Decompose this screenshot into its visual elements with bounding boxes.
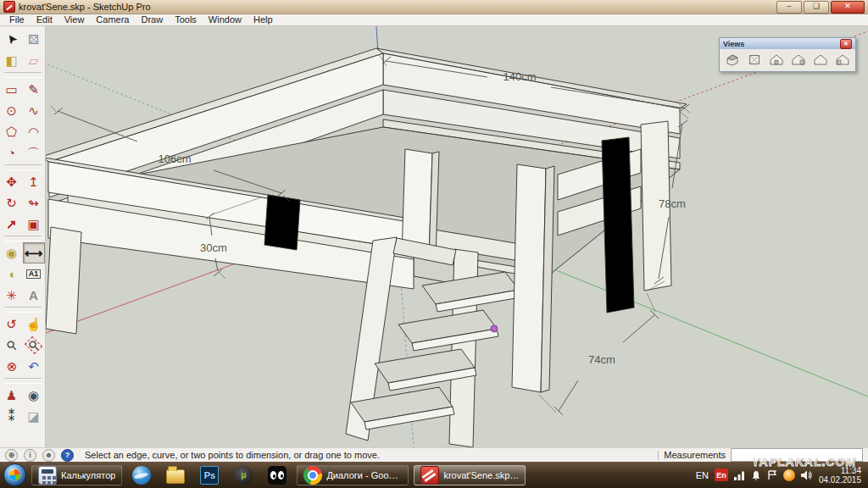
eraser-tool[interactable]: ▱ [23, 50, 45, 71]
minimize-button[interactable]: – [776, 1, 802, 14]
views-palette-title: Views [723, 40, 744, 48]
tray-app-icon[interactable] [783, 469, 795, 481]
text-tool[interactable]: A1 [23, 263, 45, 285]
arc-tool[interactable]: ◠ [23, 121, 45, 142]
maximize-button[interactable]: ❏ [804, 1, 829, 14]
taskbar-button-calculator[interactable]: Калькулятор [31, 465, 122, 485]
taskbar-item-photoshop[interactable]: Ps [195, 466, 224, 485]
taskbar-item-utorrent[interactable]: µ [229, 466, 258, 485]
menu-bar: FileEditViewCameraDrawToolsWindowHelp [0, 14, 868, 26]
menu-edit[interactable]: Edit [31, 14, 58, 25]
menu-window[interactable]: Window [203, 14, 248, 25]
walk-tool[interactable]: ⁑ [1, 406, 23, 427]
look-around-tool[interactable]: ◉ [23, 385, 45, 406]
taskbar-button-chrome[interactable]: Диалоги - Googl... [297, 465, 409, 485]
taskbar-item-google-earth[interactable] [127, 466, 156, 485]
polygon-tool[interactable]: ⬠ [1, 121, 23, 142]
utorrent-badge: µ [234, 466, 253, 484]
make-component-tool[interactable]: ⚄ [23, 29, 45, 50]
dimension-tool[interactable]: ⟷ [23, 242, 45, 263]
geolocation-icon[interactable]: ⊕ [5, 449, 18, 462]
drawing-scene[interactable]: 140cm 106cm 78cm 30cm 74cm [46, 26, 868, 447]
view-front-button[interactable] [769, 53, 785, 67]
freehand-tool[interactable]: ∿ [23, 100, 45, 121]
language-badge[interactable]: En [715, 469, 728, 481]
dim-label-clearance[interactable]: 30cm [200, 241, 227, 254]
toolbar-separator [4, 378, 42, 384]
dim-label-length[interactable]: 140cm [503, 70, 536, 83]
views-palette[interactable]: Views ✕ [719, 37, 856, 72]
calculator-label: Калькулятор [61, 470, 115, 480]
menu-help[interactable]: Help [248, 14, 279, 25]
move-tool[interactable]: ✥ [1, 171, 23, 192]
offset-icon: ▣ [27, 218, 39, 230]
axes-tool[interactable]: ✳ [1, 285, 23, 306]
sign-in-icon[interactable]: ☻ [42, 449, 55, 462]
taskbar-button-sketchup[interactable]: krovat'Sene.skp - ... [414, 465, 526, 485]
toolbar-separator [4, 307, 42, 313]
zoom-extents-tool[interactable]: ⊕ [1, 356, 23, 377]
close-button[interactable]: ✕ [831, 1, 865, 14]
offset-tool[interactable]: ▣ [23, 214, 45, 235]
language-indicator[interactable]: EN [696, 470, 709, 480]
view-right-button[interactable] [790, 53, 806, 67]
push-pull-tool[interactable]: ↥ [23, 171, 45, 192]
menu-draw[interactable]: Draw [135, 14, 169, 25]
position-camera-tool[interactable]: ♟ [1, 385, 23, 406]
3d-text-tool[interactable]: A [23, 285, 45, 306]
pie-tool[interactable]: ◔ [1, 142, 23, 164]
paint-bucket-tool[interactable]: ◧ [1, 50, 23, 71]
menu-tools[interactable]: Tools [169, 14, 203, 25]
explorer-icon [166, 469, 185, 484]
orbit-tool[interactable]: ↺ [1, 313, 23, 335]
rectangle-tool[interactable]: ▭ [1, 79, 23, 100]
circle-tool[interactable]: ⊙ [1, 100, 23, 121]
position-camera-icon: ♟ [6, 389, 17, 402]
photoshop-badge: Ps [201, 467, 218, 485]
status-divider [658, 451, 659, 460]
notification-bell-icon[interactable] [751, 470, 761, 480]
scale-tool[interactable]: ↗ [1, 214, 23, 235]
help-icon[interactable]: ? [61, 449, 74, 462]
view-back-button[interactable] [812, 53, 828, 67]
line-tool[interactable]: ✎ [23, 79, 45, 100]
views-palette-titlebar[interactable]: Views ✕ [720, 38, 855, 49]
toolbar-separator [4, 236, 42, 241]
taskbar-item-explorer[interactable] [161, 467, 190, 484]
menu-view[interactable]: View [58, 14, 91, 25]
inference-point [491, 325, 498, 332]
arc-2pt-tool[interactable]: ⌒ [23, 142, 45, 164]
zoom-tool[interactable]: ⚲ [1, 335, 23, 356]
network-icon[interactable] [734, 470, 745, 480]
dim-label-height[interactable]: 78cm [659, 197, 686, 210]
menu-file[interactable]: File [3, 14, 31, 25]
clock-date: 04.02.2015 [819, 475, 861, 485]
follow-me-tool[interactable]: ↬ [23, 192, 45, 214]
modeling-canvas[interactable]: 140cm 106cm 78cm 30cm 74cm Views ✕ [46, 26, 868, 447]
rotate-tool[interactable]: ↻ [1, 192, 23, 214]
zoom-extents-icon: ⊕ [3, 358, 20, 375]
view-left-button[interactable] [834, 53, 850, 67]
taskbar-item-eyes-app[interactable] [263, 466, 292, 485]
dim-label-width[interactable]: 74cm [588, 353, 615, 366]
menu-camera[interactable]: Camera [90, 14, 135, 25]
3d-text-icon: A [29, 289, 38, 302]
dim-label-left[interactable]: 106cm [158, 152, 191, 165]
zoom-window-tool[interactable]: ⚲ [23, 335, 45, 356]
move-icon: ✥ [6, 175, 17, 188]
title-bar[interactable]: krovat'Sene.skp - SketchUp Pro – ❏ ✕ [0, 0, 868, 14]
select-tool[interactable]: ➤ [1, 29, 23, 50]
tape-measure-tool[interactable]: ◉ [1, 242, 23, 263]
start-button[interactable] [3, 463, 26, 486]
volume-icon[interactable] [801, 470, 813, 480]
action-center-flag-icon[interactable] [767, 470, 777, 480]
zoom-window-icon: ⚲ [25, 337, 41, 352]
pan-tool[interactable]: ☝ [23, 313, 45, 335]
view-iso-button[interactable] [725, 53, 741, 67]
credits-icon[interactable]: i [24, 449, 36, 462]
view-top-button[interactable] [747, 53, 763, 67]
protractor-tool[interactable]: ◖ [1, 263, 23, 285]
views-close-button[interactable]: ✕ [840, 39, 852, 49]
zoom-previous-tool[interactable]: ↶ [23, 356, 45, 377]
section-plane-tool[interactable]: ◪ [23, 406, 45, 427]
